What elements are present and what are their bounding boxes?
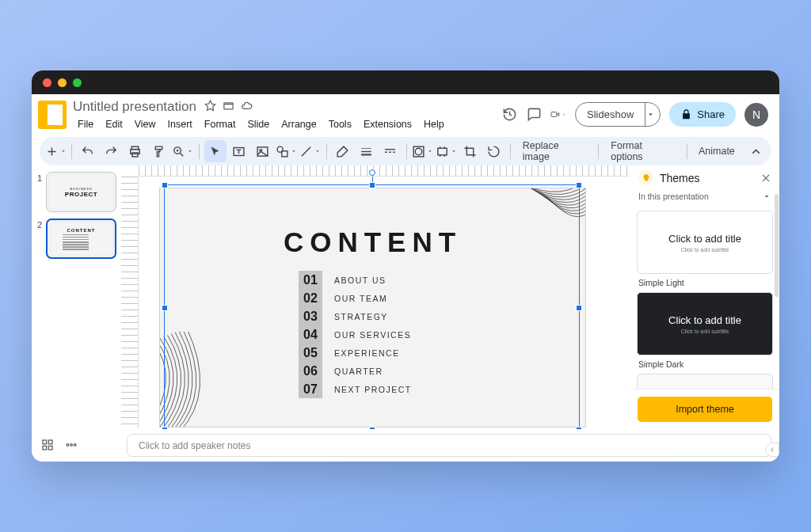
list-item: 04OUR SERVICES — [299, 325, 412, 344]
avatar[interactable]: N — [744, 103, 768, 127]
window-titlebar — [32, 70, 779, 94]
animate-button[interactable]: Animate — [692, 140, 741, 162]
svg-rect-16 — [389, 151, 391, 152]
browser-window: Untitled presentation File Edit View Ins… — [32, 70, 779, 462]
import-theme-button[interactable]: Import theme — [638, 397, 772, 422]
slides-logo-icon[interactable] — [38, 101, 67, 129]
redo-button[interactable] — [101, 140, 123, 162]
menu-help[interactable]: Help — [419, 116, 449, 132]
menu-extensions[interactable]: Extensions — [359, 116, 417, 132]
border-dash-button[interactable] — [379, 140, 402, 162]
sidebar-toggle[interactable] — [765, 443, 779, 457]
collapse-toolbar-button[interactable] — [744, 140, 767, 162]
slide-title[interactable]: CONTENT — [160, 226, 585, 258]
history-icon[interactable] — [501, 107, 517, 123]
image-button[interactable] — [252, 140, 274, 162]
new-slide-button[interactable] — [44, 140, 67, 162]
svg-point-25 — [70, 444, 73, 446]
window-minimize-icon[interactable] — [58, 78, 67, 87]
doc-title[interactable]: Untitled presentation — [73, 99, 196, 115]
menu-insert[interactable]: Insert — [163, 116, 197, 132]
lock-icon — [680, 108, 692, 120]
shape-button[interactable] — [276, 140, 298, 162]
app-chrome: Untitled presentation File Edit View Ins… — [32, 94, 779, 462]
theme-name: Simple Light — [638, 278, 773, 287]
bottom-left-controls — [41, 439, 78, 454]
svg-rect-0 — [224, 102, 233, 108]
zoom-button[interactable] — [172, 140, 194, 162]
format-options-button[interactable]: Format options — [603, 140, 681, 162]
themes-list: Click to add title Click to add subtitle… — [630, 206, 779, 389]
print-button[interactable] — [124, 140, 147, 162]
grid-view-icon[interactable] — [41, 439, 54, 454]
themes-section-toggle[interactable]: In this presentation — [630, 192, 779, 206]
textbox-button[interactable] — [228, 140, 250, 162]
menu-file[interactable]: File — [73, 116, 98, 132]
crop-image-button[interactable] — [459, 140, 482, 162]
list-item: 01ABOUT US — [299, 271, 412, 289]
svg-rect-15 — [386, 151, 388, 152]
slideshow-button[interactable]: Slideshow — [575, 102, 661, 127]
select-tool[interactable] — [204, 140, 227, 162]
explore-icon[interactable] — [65, 439, 78, 454]
menu-slide[interactable]: Slide — [242, 116, 274, 132]
doc-meta: Untitled presentation File Edit View Ins… — [73, 99, 495, 132]
svg-rect-23 — [43, 446, 47, 450]
window-maximize-icon[interactable] — [73, 78, 82, 87]
themes-panel: Themes In this presentation Click to add… — [630, 165, 779, 429]
slide-thumbnails: 1 BUSINESSPROJECT 2 CONTENT — [32, 165, 121, 429]
slideshow-label: Slideshow — [576, 108, 645, 120]
reset-image-button[interactable] — [436, 140, 458, 162]
svg-rect-20 — [438, 148, 447, 155]
close-icon[interactable] — [760, 173, 771, 184]
cloud-status-icon[interactable] — [241, 100, 253, 115]
menu-edit[interactable]: Edit — [101, 116, 128, 132]
ruler-horizontal — [139, 165, 630, 177]
line-button[interactable] — [299, 140, 322, 162]
svg-rect-24 — [48, 446, 52, 450]
scrollbar[interactable] — [775, 194, 779, 297]
svg-rect-12 — [362, 150, 372, 151]
toolbar: Replace image Format options Animate — [40, 137, 771, 165]
paint-format-button[interactable] — [148, 140, 170, 162]
decorative-lines-icon — [160, 332, 251, 427]
window-close-icon[interactable] — [43, 78, 51, 87]
svg-rect-1 — [551, 112, 557, 117]
border-color-button[interactable] — [332, 140, 354, 162]
svg-rect-22 — [48, 440, 52, 444]
theme-card[interactable]: Click to add title Click to add subtitle — [637, 374, 773, 389]
share-button[interactable]: Share — [669, 102, 736, 127]
menu-tools[interactable]: Tools — [324, 116, 356, 132]
menu-format[interactable]: Format — [200, 116, 241, 132]
list-item: 06QUARTER — [299, 362, 412, 380]
svg-point-19 — [416, 148, 423, 155]
slide[interactable]: CONTENT 01ABOUT US 02OUR TEAM 03STRATEGY… — [159, 188, 586, 428]
svg-rect-14 — [386, 148, 396, 149]
thumb-number: 2 — [36, 220, 42, 259]
border-weight-button[interactable] — [356, 140, 378, 162]
chevron-down-icon[interactable] — [645, 110, 660, 119]
svg-rect-17 — [393, 151, 395, 152]
theme-card[interactable]: Click to add title Click to add subtitle — [637, 211, 773, 274]
svg-point-26 — [67, 444, 69, 446]
thumbnail-2[interactable]: CONTENT — [46, 218, 116, 259]
mask-image-button[interactable] — [412, 140, 434, 162]
replace-image-button[interactable]: Replace image — [516, 140, 594, 162]
themes-title: Themes — [660, 172, 754, 184]
menu-view[interactable]: View — [130, 116, 161, 132]
thumbnail-1[interactable]: BUSINESSPROJECT — [46, 172, 116, 212]
move-icon[interactable] — [223, 100, 234, 115]
comments-icon[interactable] — [526, 107, 542, 123]
undo-button[interactable] — [77, 140, 99, 162]
themes-icon — [638, 170, 653, 185]
star-icon[interactable] — [204, 100, 216, 115]
header-right: Slideshow Share N — [501, 99, 768, 127]
svg-rect-10 — [282, 150, 287, 156]
theme-card[interactable]: Click to add title Click to add subtitle — [637, 292, 773, 355]
content-list[interactable]: 01ABOUT US 02OUR TEAM 03STRATEGY 04OUR S… — [299, 271, 412, 398]
speaker-notes[interactable]: Click to add speaker notes — [127, 434, 771, 457]
canvas[interactable]: CONTENT 01ABOUT US 02OUR TEAM 03STRATEGY… — [121, 165, 630, 429]
rotate-button[interactable] — [483, 140, 505, 162]
menu-arrange[interactable]: Arrange — [276, 116, 321, 132]
meet-button[interactable] — [550, 107, 566, 123]
